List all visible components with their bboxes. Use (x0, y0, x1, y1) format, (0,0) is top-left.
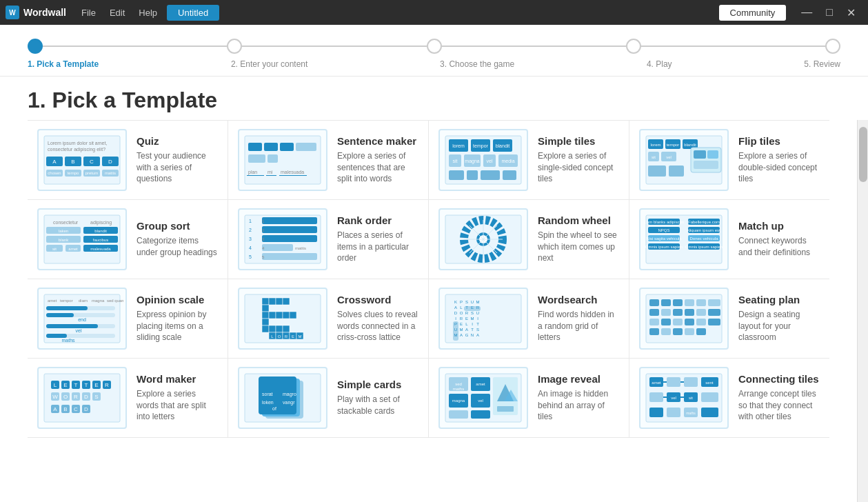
sentence-maker-thumbnail: plan mi malesuada (238, 129, 327, 191)
svg-text:media: media (501, 159, 514, 163)
svg-text:mattis: mattis (105, 171, 116, 175)
connecting-tiles-desc: Arrange concept tiles so that they conne… (738, 388, 820, 423)
wordsearch-title: Wordsearch (538, 294, 619, 305)
template-card-image-reveal[interactable]: sed maths amet magna vel (429, 359, 629, 437)
template-card-flip-tiles[interactable]: lorem tempor blandit sit vel (629, 121, 829, 199)
svg-text:D: D (84, 394, 88, 400)
step-circle-4 (626, 39, 641, 54)
svg-text:4: 4 (249, 245, 252, 250)
step-circle-1 (28, 39, 43, 54)
svg-rect-221 (649, 319, 659, 325)
svg-text:vel: vel (478, 399, 483, 403)
template-card-crossword[interactable]: L O R E M Crossword Solves clues to reve… (228, 279, 429, 358)
svg-rect-159 (283, 325, 290, 332)
svg-text:5: 5 (249, 254, 252, 259)
template-card-word-maker[interactable]: L E T T E R W O R D (28, 359, 228, 437)
svg-text:blank: blank (59, 238, 69, 242)
template-card-opinion-scale[interactable]: amet tempor diam magna sed quam end (28, 279, 228, 358)
svg-text:D: D (454, 311, 458, 315)
svg-rect-67 (669, 165, 684, 177)
svg-rect-88 (262, 226, 317, 233)
connecting-tiles-text: Connecting tiles Arrange concept tiles s… (738, 373, 820, 423)
template-card-quiz[interactable]: Lorem ipsum dolor sit amet, consectetur … (28, 121, 228, 199)
svg-rect-66 (648, 165, 666, 177)
rank-order-text: Rank order Places a series of items in a… (337, 214, 418, 264)
svg-rect-287 (471, 410, 490, 419)
svg-rect-64 (707, 150, 718, 159)
svg-text:sed: sed (455, 382, 462, 386)
seating-plan-title: Seating plan (738, 294, 820, 305)
svg-text:Nisi sagita vehicula: Nisi sagita vehicula (646, 237, 682, 241)
svg-rect-63 (694, 150, 706, 159)
svg-text:T: T (85, 382, 88, 388)
community-button[interactable]: Community (719, 5, 787, 21)
scrollbar[interactable] (857, 120, 868, 502)
seating-plan-text: Seating plan Design a seating layout for… (738, 294, 820, 343)
svg-text:magna: magna (465, 159, 480, 164)
crossword-desc: Solves clues to reveal words connected i… (337, 309, 418, 343)
sentence-maker-title: Sentence maker (337, 135, 418, 147)
svg-text:vel: vel (487, 159, 493, 163)
word-maker-desc: Explore a series words that are split in… (137, 388, 218, 423)
step-label-4: 4. Play (647, 59, 672, 69)
svg-rect-134 (46, 306, 88, 310)
svg-text:sorat: sorat (262, 392, 273, 396)
menu-edit[interactable]: Edit (103, 5, 132, 21)
svg-rect-225 (696, 319, 706, 325)
page-title: 1. Pick a Template (28, 88, 840, 113)
menu-file[interactable]: File (74, 5, 103, 21)
svg-text:maths: maths (61, 338, 75, 343)
random-wheel-text: Random wheel Spin the wheel to see which… (538, 214, 619, 264)
svg-text:D: D (108, 159, 112, 165)
svg-text:vel: vel (666, 155, 672, 159)
svg-rect-211 (673, 299, 683, 306)
svg-rect-49 (481, 170, 500, 180)
svg-rect-223 (673, 319, 683, 325)
svg-rect-157 (269, 325, 276, 332)
minimize-button[interactable]: — (794, 5, 819, 20)
word-maker-thumbnail: L E T T E R W O R D (37, 367, 127, 429)
template-card-sentence-maker[interactable]: plan mi malesuada Sentence maker Explore… (228, 121, 429, 199)
template-card-random-wheel[interactable]: Random wheel Spin the wheel to see which… (429, 200, 629, 279)
svg-rect-305 (701, 408, 718, 417)
svg-text:amet: amet (476, 382, 485, 386)
template-card-match-up[interactable]: Cum blanks adipiscon Fabellerique.com NP… (629, 200, 829, 279)
template-card-wordsearch[interactable]: KPSUM ALTER DORSU IREMI PELIT UMATS MAGN… (429, 279, 629, 358)
svg-text:amet: amet (48, 299, 57, 303)
step-label-2: 2. Enter your content (231, 59, 307, 69)
svg-rect-216 (661, 309, 671, 316)
step-label-1: 1. Pick a Template (28, 59, 99, 69)
svg-text:K: K (454, 300, 457, 304)
svg-rect-153 (283, 312, 290, 319)
svg-text:chosen: chosen (48, 171, 61, 175)
svg-rect-217 (673, 309, 683, 316)
simple-tiles-desc: Explore a series of single-sided concept… (538, 150, 619, 185)
template-card-group-sort[interactable]: consectetur adipiscing laken blandit bla… (28, 200, 228, 279)
menu-help[interactable]: Help (132, 5, 164, 21)
svg-rect-214 (708, 299, 720, 306)
svg-rect-222 (661, 319, 671, 325)
quiz-text: Quiz Test your audience with a series of… (137, 135, 218, 185)
svg-text:B: B (71, 159, 74, 165)
svg-rect-90 (262, 235, 317, 242)
svg-rect-24 (248, 154, 265, 163)
svg-rect-215 (649, 309, 659, 316)
template-card-simple-cards[interactable]: sorat magro loken vangr of Simple cards … (228, 359, 429, 437)
svg-text:E: E (465, 317, 468, 321)
svg-text:A: A (460, 333, 463, 337)
close-button[interactable]: ✕ (840, 5, 862, 21)
svg-text:O: O (460, 311, 463, 315)
template-card-connecting-tiles[interactable]: amet sent vel sit (629, 359, 829, 437)
scrollbar-thumb[interactable] (859, 127, 867, 182)
image-reveal-desc: An image is hidden behind an array of ti… (538, 388, 619, 423)
svg-text:Cum blanks adipiscon: Cum blanks adipiscon (644, 220, 685, 224)
svg-rect-206 (464, 306, 481, 311)
svg-rect-139 (46, 324, 98, 328)
active-tab[interactable]: Untitled (167, 5, 219, 21)
maximize-button[interactable]: □ (819, 5, 840, 20)
svg-text:vel: vel (76, 328, 82, 333)
template-card-rank-order[interactable]: 1 2 3 4 mattis 5 1 2 (228, 200, 429, 279)
template-card-seating-plan[interactable]: Seating plan Design a seating layout for… (629, 279, 829, 358)
svg-text:N: N (471, 333, 474, 337)
template-card-simple-tiles[interactable]: lorem tempor blandit sit magna vel (429, 121, 629, 199)
